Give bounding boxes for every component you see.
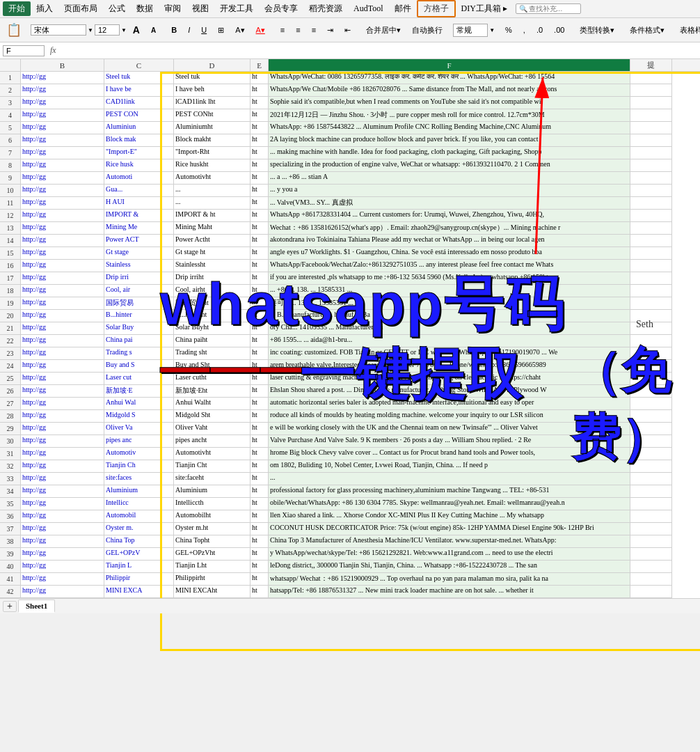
grid-cell[interactable]: site:faces (104, 473, 174, 485)
merge-btn[interactable]: 合并居中▾ (361, 23, 406, 38)
grid-cell[interactable]: +86 1595... ... aida@h1-bru... (269, 335, 630, 347)
sheet-tab-1[interactable]: Sheet1 (18, 600, 55, 613)
font-name-input[interactable] (31, 24, 86, 36)
grid-cell[interactable] (630, 72, 672, 84)
grid-cell[interactable]: ht (250, 573, 269, 586)
col-header-B[interactable]: B (21, 59, 104, 71)
grid-cell[interactable]: GEL+OPzV (104, 548, 174, 561)
grid-cell[interactable]: Automotivht (174, 448, 250, 460)
grid-cell[interactable]: ht (250, 561, 269, 573)
grid-cell[interactable]: ht (250, 272, 269, 285)
font-size-input[interactable] (95, 24, 120, 36)
grid-cell[interactable]: http://gg (21, 347, 104, 360)
grid-cell[interactable]: WhatsApp +8617328331404 ... Current cust… (269, 210, 630, 222)
grid-cell[interactable] (630, 197, 672, 210)
grid-cell[interactable]: "Import-E" (104, 147, 174, 159)
grid-cell[interactable] (630, 134, 672, 147)
grid-cell[interactable] (630, 423, 672, 435)
grid-cell[interactable]: Philippir (104, 573, 174, 586)
grid-cell[interactable]: ... (174, 197, 250, 210)
grid-cell[interactable]: Oliver Vaht (174, 423, 250, 435)
decimal-up-btn[interactable]: .0 (532, 24, 548, 36)
grid-cell[interactable] (630, 398, 672, 410)
grid-cell[interactable]: http://gg (21, 523, 104, 535)
grid-cell[interactable] (630, 485, 672, 498)
grid-cell[interactable]: ht (250, 473, 269, 485)
grid-cell[interactable]: Automobil (104, 510, 174, 523)
table-style-btn[interactable]: 表格样式~ (675, 23, 700, 38)
grid-cell[interactable] (630, 272, 672, 285)
grid-cell[interactable] (630, 473, 672, 485)
grid-cell[interactable]: ht (250, 310, 269, 322)
grid-cell[interactable] (630, 535, 672, 548)
grid-cell[interactable]: ht (250, 147, 269, 159)
grid-cell[interactable]: Aluminium (104, 485, 174, 498)
grid-cell[interactable]: ht (250, 72, 269, 84)
grid-cell[interactable]: ht (250, 498, 269, 510)
grid-cell[interactable]: ht (250, 109, 269, 122)
menu-item-vip[interactable]: 会员专享 (259, 1, 303, 16)
grid-cell[interactable]: Valve Purchase And Valve Sale. 9 K membe… (269, 435, 630, 448)
grid-cell[interactable] (630, 84, 672, 97)
grid-cell[interactable]: Intellicc (104, 498, 174, 510)
grid-cell[interactable]: Buy and Sht (174, 360, 250, 373)
grid-cell[interactable]: Cool, airht (174, 285, 250, 297)
grid-cell[interactable]: Solar Buy (104, 322, 174, 335)
formula-input[interactable] (62, 46, 697, 56)
grid-cell[interactable]: CAD1link (104, 97, 174, 109)
align-right-btn[interactable]: ≡ (307, 24, 321, 36)
grid-cell[interactable]: http://gg (21, 410, 104, 423)
grid-cell[interactable]: http://gg (21, 210, 104, 222)
align-left-btn[interactable]: ≡ (276, 24, 289, 36)
font-dropdown-arrow[interactable]: ▼ (88, 27, 93, 33)
font-color-btn[interactable]: A▾ (251, 24, 270, 37)
grid-cell[interactable]: if you are interested ,pls whatsapp to m… (269, 272, 630, 285)
menu-item-daoke[interactable]: 稻壳资源 (303, 1, 348, 16)
grid-cell[interactable]: Drip irri (104, 272, 174, 285)
grid-cell[interactable] (630, 122, 672, 134)
grid-cell[interactable]: ht (250, 460, 269, 473)
grid-cell[interactable] (630, 185, 672, 197)
grid-cell[interactable]: http://gg (21, 134, 104, 147)
grid-cell[interactable]: ht (250, 235, 269, 247)
grid-cell[interactable]: 新加坡·Eht (174, 385, 250, 398)
grid-cell[interactable] (630, 410, 672, 423)
grid-cell[interactable]: akotondrana ivo Tokiniaina Tahiana Pleas… (269, 235, 630, 247)
grid-cell[interactable]: llen Xiao shared a link. ... Xhorse Cond… (269, 510, 630, 523)
grid-cell[interactable]: WhatsApp/WeChat: 0086 13265977358. लाइक … (269, 72, 630, 84)
grid-cell[interactable]: site:faceht (174, 473, 250, 485)
grid-cell[interactable]: http://gg (21, 485, 104, 498)
grid-cell[interactable]: Solar Buyht (174, 322, 250, 335)
grid-cell[interactable] (630, 235, 672, 247)
grid-cell[interactable]: Block makht (174, 134, 250, 147)
grid-cell[interactable]: http://gg (21, 373, 104, 385)
grid-cell[interactable]: Automobilht (174, 510, 250, 523)
grid-cell[interactable]: http://gg (21, 586, 104, 598)
grid-cell[interactable] (630, 109, 672, 122)
grid-cell[interactable]: http://gg (21, 159, 104, 172)
grid-cell[interactable]: http://gg (21, 448, 104, 460)
grid-cell[interactable]: ... a ... +86 ... stian A (269, 172, 630, 185)
autowrap-btn[interactable]: 自动换行 (407, 23, 447, 38)
grid-cell[interactable]: Oliver Va (104, 423, 174, 435)
grid-cell[interactable]: Mining Me (104, 222, 174, 235)
grid-cell[interactable]: ht (250, 373, 269, 385)
grid-cell[interactable]: http://gg (21, 172, 104, 185)
grid-cell[interactable]: http://gg (21, 272, 104, 285)
grid-cell[interactable]: Oyster m.ht (174, 523, 250, 535)
grid-cell[interactable] (630, 310, 672, 322)
grid-cell[interactable]: ht (250, 122, 269, 134)
menu-item-insert[interactable]: 插入 (31, 1, 58, 16)
grid-cell[interactable]: http://gg (21, 297, 104, 310)
grid-cell[interactable]: Automotiv (104, 448, 174, 460)
border-btn[interactable]: ⊞ (213, 24, 229, 37)
grid-cell[interactable] (630, 172, 672, 185)
grid-cell[interactable]: Midgold Sht (174, 410, 250, 423)
grid-cell[interactable]: MINI EXCAht (174, 586, 250, 598)
grid-cell[interactable]: http://gg (21, 460, 104, 473)
grid-cell[interactable] (630, 222, 672, 235)
indent-btn[interactable]: ⇥ (322, 24, 338, 37)
col-header-D[interactable]: D (174, 59, 250, 71)
grid-cell[interactable]: ht (250, 398, 269, 410)
grid-cell[interactable] (630, 335, 672, 347)
